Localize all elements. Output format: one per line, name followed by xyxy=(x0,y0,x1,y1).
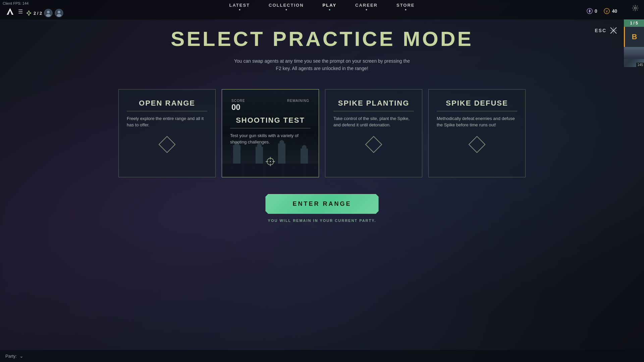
shooting-test-desc: Test your gun skills with a variety of s… xyxy=(230,132,311,145)
svg-point-6 xyxy=(58,11,60,13)
nav-career[interactable]: CAREER xyxy=(346,0,387,13)
nav-dot-play xyxy=(329,9,330,10)
main-content: SELECT PRACTICE MODE You can swap agents… xyxy=(0,0,644,362)
settings-icon[interactable] xyxy=(632,5,639,13)
party-label: Party: xyxy=(5,354,17,359)
page-title: SELECT PRACTICE MODE xyxy=(171,27,473,51)
score-label: SCORE 00 xyxy=(231,99,245,112)
crosshair-icon xyxy=(264,156,276,168)
svg-point-3 xyxy=(47,11,50,13)
rp-icon: V xyxy=(604,8,610,14)
nav-dot-collection xyxy=(285,9,287,10)
svg-marker-9 xyxy=(589,9,591,13)
svg-marker-1 xyxy=(26,11,31,15)
esc-button[interactable]: ESC xyxy=(595,27,617,34)
party-chevron-icon[interactable]: ⌄ xyxy=(19,353,23,359)
svg-marker-0 xyxy=(7,8,13,15)
mode-card-shooting-test[interactable]: SCORE 00 REMAINING SHOOTING TEST Test yo… xyxy=(222,89,319,177)
spike-planting-content: SPIKE PLANTING Take control of the site,… xyxy=(333,99,414,135)
svg-text:V: V xyxy=(606,10,608,13)
svg-point-4 xyxy=(46,14,51,17)
nav-play[interactable]: PLAY xyxy=(313,0,346,13)
nav-links: LATEST COLLECTION PLAY CAREER STORE xyxy=(220,0,424,13)
svg-point-12 xyxy=(634,7,636,9)
spike-planting-desc: Take control of the site, plant the Spik… xyxy=(333,115,414,128)
mode-card-open-range[interactable]: OPEN RANGE Freely explore the entire ran… xyxy=(118,89,216,177)
nav-store[interactable]: STORE xyxy=(387,0,424,13)
valorant-logo xyxy=(5,7,15,16)
mode-card-spike-defuse[interactable]: SPIKE DEFUSE Methodically defeat enemies… xyxy=(428,89,526,177)
svg-point-22 xyxy=(270,161,271,162)
esc-cross-icon xyxy=(610,27,617,34)
right-thumbnail[interactable]: 145 xyxy=(624,47,644,67)
shooting-test-title: SHOOTING TEST xyxy=(230,116,311,128)
vp-currency: 0 xyxy=(587,8,597,14)
open-range-desc: Freely explore the entire range and all … xyxy=(127,115,207,128)
fps-counter: Client FPS: 144 xyxy=(3,1,29,5)
topnav: Client FPS: 144 ☰ 2 / 2 xyxy=(0,0,644,19)
nav-latest[interactable]: LATEST xyxy=(220,0,259,13)
nav-dot-store xyxy=(405,9,406,10)
page-counter: 1 / 5 xyxy=(624,19,644,27)
enter-range-button[interactable]: ENTER RANGE xyxy=(265,194,378,214)
spike-planting-diamond xyxy=(365,136,382,153)
spike-defuse-content: SPIKE DEFUSE Methodically defeat enemies… xyxy=(437,99,517,135)
mode-card-spike-planting[interactable]: SPIKE PLANTING Take control of the site,… xyxy=(325,89,422,177)
party-notice: YOU WILL REMAIN IN YOUR CURRENT PARTY. xyxy=(268,219,376,223)
svg-point-7 xyxy=(57,14,61,17)
remaining-label: REMAINING xyxy=(287,99,309,112)
spike-icon xyxy=(26,10,32,16)
nav-dot-career xyxy=(366,9,367,10)
agent-icon-1 xyxy=(44,9,53,17)
hamburger-menu[interactable]: ☰ xyxy=(18,8,23,15)
nav-dot-latest xyxy=(239,9,240,10)
nav-collection[interactable]: COLLECTION xyxy=(259,0,313,13)
spike-defuse-desc: Methodically defeat enemies and defuse t… xyxy=(437,115,517,128)
right-count: 145 xyxy=(636,63,644,67)
party-bar: Party: ⌄ xyxy=(0,350,644,362)
spike-planting-title: SPIKE PLANTING xyxy=(333,99,414,111)
mode-cards: OPEN RANGE Freely explore the entire ran… xyxy=(118,89,526,177)
agent-icon-2 xyxy=(55,9,63,17)
open-range-diamond xyxy=(159,136,176,153)
rp-currency: V 40 xyxy=(604,8,617,14)
nav-currencies: 0 V 40 xyxy=(587,0,617,19)
agent-count: 2 / 2 xyxy=(26,9,63,17)
right-avatar[interactable]: B xyxy=(624,27,644,47)
spike-defuse-title: SPIKE DEFUSE xyxy=(437,99,517,111)
vp-icon xyxy=(587,8,593,14)
right-panel: 1 / 5 B 145 xyxy=(624,19,644,67)
open-range-title: OPEN RANGE xyxy=(127,99,207,111)
spike-defuse-diamond xyxy=(469,136,486,153)
page-subtitle: You can swap agents at any time you see … xyxy=(234,57,410,72)
open-range-content: OPEN RANGE Freely explore the entire ran… xyxy=(127,99,207,135)
